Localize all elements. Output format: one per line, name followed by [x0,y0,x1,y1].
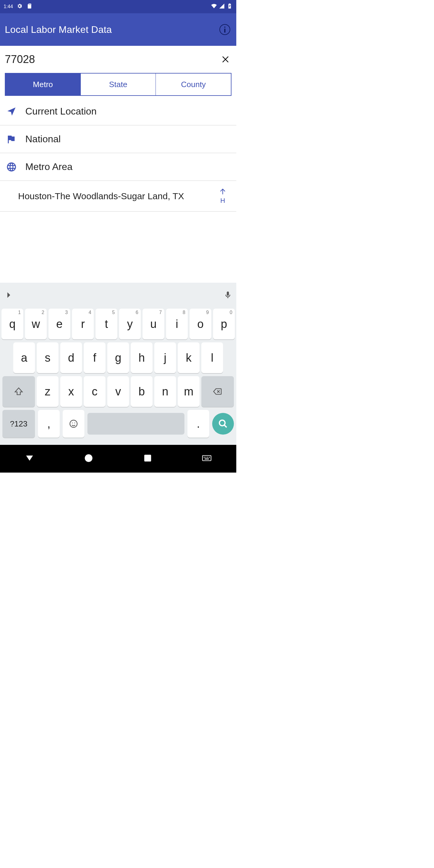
square-icon [143,453,153,463]
svg-rect-17 [207,457,208,458]
nav-keyboard-switch-button[interactable] [202,453,212,464]
keyboard-row-1: q1w2e3r4t5y6u7i8o9p0 [1,309,236,339]
triangle-down-icon [24,453,35,463]
key-g[interactable]: g [107,342,129,373]
keyboard-icon [202,453,212,463]
result-row[interactable]: Houston-The Woodlands-Sugar Land, TX H [0,181,236,212]
circle-icon [84,453,94,463]
tab-metro[interactable]: Metro [5,73,81,95]
key-symbols[interactable]: ?123 [2,410,35,438]
expand-suggestions-button[interactable] [2,289,14,301]
svg-point-9 [74,423,75,424]
key-search[interactable] [212,413,234,435]
row-label: Current Location [25,106,97,117]
key-d[interactable]: d [60,342,82,373]
backspace-icon [213,387,222,396]
arrow-up-icon [219,188,227,195]
tab-state[interactable]: State [81,73,156,95]
row-label: National [25,133,61,145]
svg-line-11 [224,425,227,427]
status-bar: 1:44 [0,0,236,13]
info-icon [219,24,231,36]
key-x[interactable]: x [60,376,82,407]
key-e[interactable]: e3 [49,309,70,339]
search-row [0,46,236,73]
key-l[interactable]: l [201,342,223,373]
search-input[interactable] [5,53,219,66]
section-index-letter: H [220,197,225,205]
nav-back-button[interactable] [24,453,35,464]
keyboard-suggestion-bar [0,283,236,307]
app-title: Local Labor Market Data [5,24,112,35]
keyboard-row-3: zxcvbnm [1,376,236,407]
key-backspace[interactable] [201,376,234,407]
metro-area-header-row[interactable]: Metro Area [0,153,236,181]
tab-county[interactable]: County [156,73,231,95]
key-y[interactable]: y6 [119,309,141,339]
result-label: Houston-The Woodlands-Sugar Land, TX [18,191,184,201]
scope-tabs: Metro State County [5,73,231,96]
wifi-icon [211,3,217,10]
svg-rect-16 [206,457,207,458]
row-label: Metro Area [25,161,73,173]
shift-icon [14,387,24,396]
cell-signal-icon [219,3,225,10]
section-index[interactable]: H [219,188,230,205]
current-location-row[interactable]: Current Location [0,98,236,125]
gear-icon [17,3,23,10]
voice-input-button[interactable] [222,289,234,301]
key-c[interactable]: c [84,376,105,407]
key-j[interactable]: j [154,342,176,373]
svg-rect-14 [203,456,211,461]
globe-icon [6,161,17,173]
clear-search-button[interactable] [219,53,231,65]
national-row[interactable]: National [0,125,236,153]
chevron-right-icon [4,291,13,299]
key-p[interactable]: p0 [213,309,235,339]
key-shift[interactable] [2,376,35,407]
svg-rect-18 [209,457,210,458]
key-z[interactable]: z [37,376,59,407]
key-m[interactable]: m [178,376,199,407]
key-v[interactable]: v [107,376,129,407]
svg-rect-15 [204,457,205,458]
key-h[interactable]: h [131,342,153,373]
key-u[interactable]: u7 [143,309,164,339]
key-space[interactable] [87,413,184,435]
svg-rect-13 [144,455,151,462]
key-b[interactable]: b [131,376,153,407]
emoji-icon [69,419,79,429]
svg-point-7 [70,420,77,427]
svg-point-8 [72,423,73,424]
nav-home-button[interactable] [84,453,94,464]
key-f[interactable]: f [84,342,105,373]
svg-rect-2 [224,29,225,33]
key-r[interactable]: r4 [72,309,94,339]
microphone-icon [224,291,232,299]
key-k[interactable]: k [178,342,199,373]
search-icon [218,419,228,429]
info-button[interactable] [218,23,231,36]
nav-recents-button[interactable] [143,453,153,464]
key-o[interactable]: o9 [190,309,211,339]
keyboard-row-4: ?123 , . [1,410,236,438]
key-q[interactable]: q1 [1,309,23,339]
key-s[interactable]: s [37,342,59,373]
key-comma[interactable]: , [38,410,60,438]
app-bar: Local Labor Market Data [0,13,236,46]
key-t[interactable]: t5 [96,309,117,339]
svg-point-1 [224,27,225,28]
key-n[interactable]: n [154,376,176,407]
svg-point-12 [85,454,93,462]
key-i[interactable]: i8 [166,309,188,339]
key-a[interactable]: a [13,342,35,373]
flag-icon [6,134,17,145]
keyboard-row-2: asdfghjkl [1,342,236,373]
status-time: 1:44 [4,4,13,9]
key-emoji[interactable] [63,410,84,438]
battery-icon [227,3,233,10]
key-period[interactable]: . [187,410,209,438]
svg-rect-19 [205,458,209,459]
sd-card-icon [26,3,32,10]
key-w[interactable]: w2 [25,309,47,339]
